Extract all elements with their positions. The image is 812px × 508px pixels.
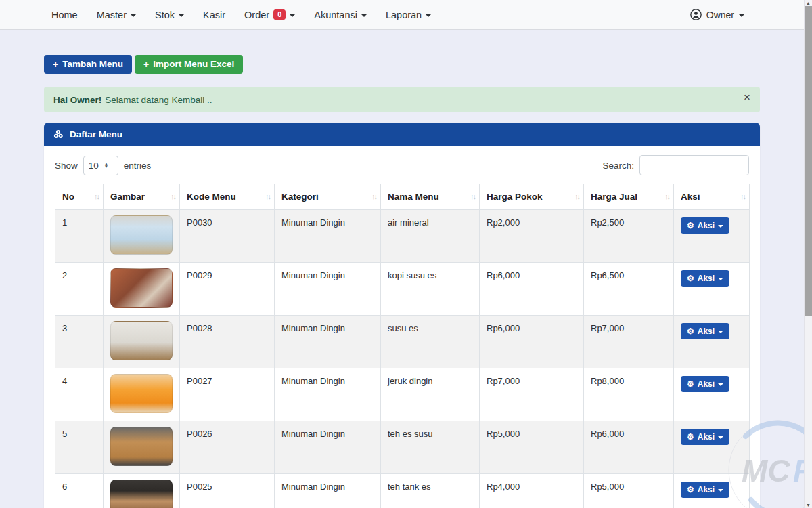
page-size-control: Show 10 ▲▼ entries xyxy=(55,156,151,175)
nav-item-master[interactable]: Master xyxy=(89,5,144,24)
nav-item-stok[interactable]: Stok xyxy=(147,5,192,24)
menu-table: No↑↓ Gambar↑↓ Kode Menu↑↓ Kategori↑↓ Nam… xyxy=(55,184,750,508)
aksi-dropdown-button[interactable]: ⚙Aksi xyxy=(681,217,729,234)
chevron-down-icon xyxy=(179,14,184,17)
sort-icon: ↑↓ xyxy=(265,192,270,200)
cell-kategori: Minuman Dingin xyxy=(275,368,381,421)
aksi-dropdown-button[interactable]: ⚙Aksi xyxy=(681,270,729,287)
nav-label: Laporan xyxy=(386,9,422,20)
col-label: Harga Jual xyxy=(591,192,637,202)
chevron-down-icon xyxy=(718,331,723,333)
page-size-value: 10 xyxy=(89,161,99,171)
cell-harga-jual: Rp2,500 xyxy=(584,210,674,263)
alert-message: Selamat datang Kembali .. xyxy=(105,95,212,105)
nav-item-akuntansi[interactable]: Akuntansi xyxy=(306,5,375,24)
nav-item-kasir[interactable]: Kasir xyxy=(195,5,233,24)
sort-icon: ↑↓ xyxy=(664,192,669,200)
col-header-kode-menu[interactable]: Kode Menu↑↓ xyxy=(180,184,275,210)
menu-image xyxy=(110,321,173,360)
nav-items: Home Master Stok Kasir Order0 Akuntansi … xyxy=(43,5,439,24)
cell-no: 4 xyxy=(55,368,104,421)
nav-item-home[interactable]: Home xyxy=(43,5,86,24)
cell-kategori: Minuman Dingin xyxy=(275,474,381,508)
scroll-down-icon[interactable]: ▼ xyxy=(806,503,811,507)
vertical-scrollbar[interactable]: ▲ ▼ xyxy=(804,0,812,508)
cell-harga-jual: Rp5,000 xyxy=(584,474,674,508)
col-header-gambar[interactable]: Gambar↑↓ xyxy=(104,184,180,210)
col-header-no[interactable]: No↑↓ xyxy=(55,184,104,210)
table-row: 5 P0026 Minuman Dingin teh es susu Rp5,0… xyxy=(55,421,750,474)
chevron-down-icon xyxy=(718,383,723,386)
chevron-down-icon xyxy=(361,14,367,17)
close-icon[interactable]: × xyxy=(744,91,750,103)
cell-harga-pokok: Rp6,000 xyxy=(480,316,584,368)
cell-harga-pokok: Rp2,000 xyxy=(480,210,584,263)
col-label: Gambar xyxy=(110,192,145,202)
import-menu-excel-button[interactable]: + Import Menu Excel xyxy=(135,55,243,74)
col-header-nama-menu[interactable]: Nama Menu↑↓ xyxy=(381,184,480,210)
cell-gambar xyxy=(104,368,180,421)
select-arrows-icon: ▲▼ xyxy=(104,163,108,168)
menu-image xyxy=(110,480,173,508)
top-navbar: Home Master Stok Kasir Order0 Akuntansi … xyxy=(0,0,812,30)
menu-image xyxy=(110,427,173,466)
nav-label: Akuntansi xyxy=(314,9,357,20)
sort-icon: ↑↓ xyxy=(371,192,376,200)
cell-nama: jeruk dingin xyxy=(381,368,480,421)
aksi-label: Aksi xyxy=(698,221,715,230)
add-menu-label: Tambah Menu xyxy=(62,59,123,70)
add-menu-button[interactable]: + Tambah Menu xyxy=(44,55,132,74)
nav-label: Master xyxy=(97,9,127,20)
scrollbar-thumb[interactable] xyxy=(805,6,812,316)
cell-no: 1 xyxy=(55,210,104,263)
col-header-kategori[interactable]: Kategori↑↓ xyxy=(275,184,381,210)
cell-gambar xyxy=(104,474,180,508)
nav-item-order[interactable]: Order0 xyxy=(236,5,303,24)
col-header-harga-pokok[interactable]: Harga Pokok↑↓ xyxy=(480,184,584,210)
search-input[interactable] xyxy=(639,155,749,175)
cell-nama: teh es susu xyxy=(381,421,480,474)
gear-icon: ⚙ xyxy=(687,379,694,389)
plus-icon: + xyxy=(53,59,58,70)
cell-gambar xyxy=(104,210,180,263)
cell-kode: P0025 xyxy=(180,474,275,508)
scroll-up-icon[interactable]: ▲ xyxy=(806,1,811,5)
col-label: Kategori xyxy=(281,192,319,202)
table-row: 3 P0028 Minuman Dingin susu es Rp6,000 R… xyxy=(55,316,750,368)
user-menu[interactable]: Owner xyxy=(690,9,796,20)
nav-label: Stok xyxy=(155,9,175,20)
cell-harga-pokok: Rp7,000 xyxy=(480,368,584,421)
cell-aksi: ⚙Aksi xyxy=(674,474,750,508)
cell-no: 3 xyxy=(55,316,104,368)
aksi-label: Aksi xyxy=(698,432,715,442)
cell-kode: P0028 xyxy=(180,316,275,368)
col-label: Nama Menu xyxy=(388,192,439,202)
menu-image xyxy=(110,268,173,308)
cell-nama: kopi susu es xyxy=(381,263,480,316)
col-header-harga-jual[interactable]: Harga Jual↑↓ xyxy=(584,184,674,210)
cell-harga-jual: Rp7,000 xyxy=(584,316,674,368)
nav-label: Home xyxy=(51,9,78,20)
sort-icon: ↑↓ xyxy=(94,192,99,200)
col-header-aksi[interactable]: Aksi↑↓ xyxy=(674,184,750,210)
aksi-dropdown-button[interactable]: ⚙Aksi xyxy=(681,376,729,392)
chevron-down-icon xyxy=(718,278,723,280)
cell-harga-pokok: Rp5,000 xyxy=(480,421,584,474)
gear-icon: ⚙ xyxy=(687,221,694,230)
aksi-dropdown-button[interactable]: ⚙Aksi xyxy=(681,323,729,339)
order-count-badge: 0 xyxy=(273,9,286,20)
cell-kode: P0026 xyxy=(180,421,275,474)
cell-gambar xyxy=(104,263,180,316)
page-size-select[interactable]: 10 ▲▼ xyxy=(83,156,118,175)
chevron-down-icon xyxy=(718,489,723,492)
cell-harga-jual: Rp6,000 xyxy=(584,421,674,474)
cell-kode: P0027 xyxy=(180,368,275,421)
table-header-row: No↑↓ Gambar↑↓ Kode Menu↑↓ Kategori↑↓ Nam… xyxy=(55,184,750,210)
cluster-icon xyxy=(53,129,64,140)
cell-aksi: ⚙Aksi xyxy=(674,316,750,368)
col-label: Harga Pokok xyxy=(487,192,543,202)
plus-icon: + xyxy=(143,59,149,70)
aksi-dropdown-button[interactable]: ⚙Aksi xyxy=(681,429,729,445)
aksi-dropdown-button[interactable]: ⚙Aksi xyxy=(681,482,729,498)
nav-item-laporan[interactable]: Laporan xyxy=(378,5,439,24)
